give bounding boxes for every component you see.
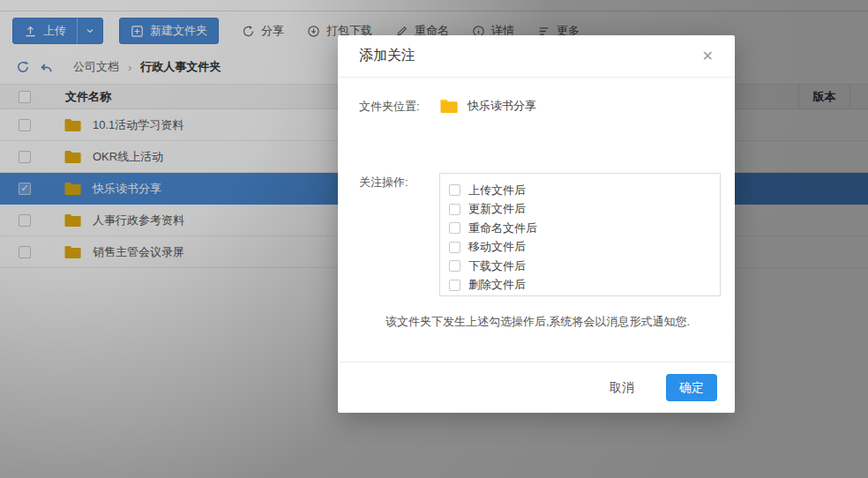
checkbox[interactable] xyxy=(449,280,460,291)
add-follow-modal: 添加关注 ✕ 文件夹位置: 快乐读书分享 关注操作: xyxy=(338,35,735,413)
close-icon[interactable]: ✕ xyxy=(702,48,714,64)
notification-note: 该文件夹下发生上述勾选操作后,系统将会以消息形式通知您. xyxy=(385,314,722,330)
checkbox[interactable] xyxy=(449,242,460,253)
folder-icon xyxy=(439,98,459,114)
checkbox[interactable] xyxy=(449,184,460,196)
operation-option-upload[interactable]: 上传文件后 xyxy=(449,181,711,200)
follow-operations-row: 关注操作: 上传文件后 更新文件后 重命名文件后 xyxy=(359,173,721,296)
checkbox[interactable] xyxy=(449,222,460,234)
operation-option-rename[interactable]: 重命名文件后 xyxy=(449,219,711,238)
operation-option-delete[interactable]: 删除文件后 xyxy=(449,276,711,295)
operation-label: 更新文件后 xyxy=(468,201,526,217)
operation-label: 重命名文件后 xyxy=(468,220,537,236)
folder-location-value: 快乐读书分享 xyxy=(439,98,536,114)
operation-label: 移动文件后 xyxy=(468,239,526,255)
operation-option-download[interactable]: 下载文件后 xyxy=(449,257,711,276)
file-manager-screen: 上传 新建文件夹 xyxy=(0,0,868,478)
operation-option-move[interactable]: 移动文件后 xyxy=(449,238,711,258)
operations-checkbox-group: 上传文件后 更新文件后 重命名文件后 移动文件后 xyxy=(439,173,721,296)
operation-option-update[interactable]: 更新文件后 xyxy=(449,200,711,220)
modal-footer: 取消 确定 xyxy=(338,362,735,413)
operation-label: 上传文件后 xyxy=(468,183,526,198)
follow-operations-label: 关注操作: xyxy=(359,173,439,296)
confirm-button[interactable]: 确定 xyxy=(666,374,717,401)
operation-label: 删除文件后 xyxy=(468,277,526,293)
checkbox[interactable] xyxy=(449,204,460,215)
folder-location-name: 快乐读书分享 xyxy=(468,98,536,114)
modal-header: 添加关注 ✕ xyxy=(338,35,735,78)
modal-title: 添加关注 xyxy=(359,47,415,65)
folder-location-label: 文件夹位置: xyxy=(359,97,439,115)
checkbox[interactable] xyxy=(449,260,460,272)
modal-body: 文件夹位置: 快乐读书分享 关注操作: 上传文件后 xyxy=(338,78,735,362)
operation-label: 下载文件后 xyxy=(468,258,526,274)
folder-location-row: 文件夹位置: 快乐读书分享 xyxy=(359,97,536,115)
cancel-button[interactable]: 取消 xyxy=(601,375,643,401)
